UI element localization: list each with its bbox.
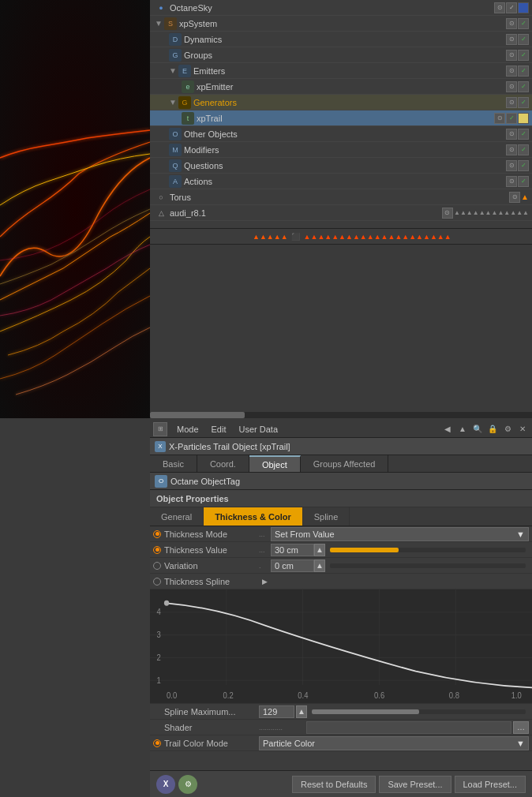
logo-xp: X [156, 775, 175, 794]
tree-item-torus[interactable]: ○ Torus ⊙ ▲ [150, 189, 532, 205]
svg-text:2: 2 [156, 653, 161, 661]
stepper-up[interactable]: ▲ [314, 544, 325, 556]
variation-stepper-btn[interactable]: ▲ [314, 559, 325, 572]
tree-item-actions[interactable]: A Actions ⊙ ✓ [150, 174, 532, 189]
tree-item-dynamics[interactable]: D Dynamics ⊙ ✓ [150, 32, 532, 47]
variation-stepper[interactable]: ▲ [271, 559, 325, 572]
ctrl-lock[interactable]: ✓ [518, 144, 529, 155]
toolbar-grid-icon: ⊞ [153, 422, 167, 436]
lock-icon[interactable]: 🔒 [486, 423, 499, 436]
ctrl-vis[interactable]: ⊙ [506, 144, 517, 155]
window-title-bar: X X-Particles Trail Object [xpTrail] [150, 438, 532, 455]
ctrl-lock[interactable]: ✓ [518, 81, 529, 92]
ctrl-vis[interactable]: ⊙ [506, 18, 517, 29]
ctrl-lock[interactable]: ✓ [518, 65, 529, 77]
ctrl-vis[interactable]: ⊙ [506, 176, 517, 187]
spline-max-stepper[interactable]: ▲ [296, 705, 307, 718]
thickness-value-slider[interactable] [330, 548, 526, 552]
thickness-value-stepper[interactable]: ▲ [271, 544, 325, 556]
ctrl-lock[interactable]: ✓ [518, 129, 529, 140]
load-preset-button[interactable]: Load Preset... [455, 776, 526, 793]
tree-item-audi-r8[interactable]: △ audi_r8.1 ⊙ ▲▲▲▲▲▲▲▲▲▲▲▲ [150, 205, 532, 221]
tree-controls: ⊙ ✓ [506, 50, 529, 61]
thickness-mode-value: Set From Value ▼ [271, 527, 529, 541]
shader-btn[interactable]: … [513, 721, 529, 734]
reset-defaults-button[interactable]: Reset to Defaults [292, 776, 376, 793]
toolbar-icons: ◀ ▲ 🔍 🔒 ⚙ ✕ [441, 423, 529, 436]
ctrl-lock[interactable]: ✓ [518, 34, 529, 45]
ctrl-lock[interactable]: ✓ [518, 176, 529, 187]
variation-slider[interactable] [330, 563, 526, 568]
svg-text:0.4: 0.4 [298, 691, 309, 700]
ctrl-lock[interactable]: ✓ [506, 113, 517, 124]
ctrl-vis[interactable]: ⊙ [506, 97, 517, 108]
toolbar-user-data[interactable]: User Data [236, 425, 282, 434]
ctrl-vis[interactable]: ⊙ [494, 2, 505, 13]
tree-item-modifiers[interactable]: M Modifiers ⊙ ✓ [150, 142, 532, 158]
tree-controls: ⊙ ▲▲▲▲▲▲▲▲▲▲▲▲ [442, 208, 529, 219]
tree-item-questions[interactable]: Q Questions ⊙ ✓ [150, 158, 532, 174]
search-icon[interactable]: 🔍 [471, 423, 484, 436]
tree-item-xp-trail[interactable]: t xpTrail ⊙ ✓ [150, 110, 532, 126]
toolbar-edit[interactable]: Edit [208, 425, 230, 434]
svg-text:0.8: 0.8 [449, 691, 460, 700]
ctrl-vis[interactable]: ⊙ [506, 50, 517, 61]
ctrl-lock[interactable]: ✓ [518, 18, 529, 29]
ctrl-lock[interactable]: ✓ [506, 2, 517, 13]
ctrl-vis[interactable]: ⊙ [509, 192, 520, 203]
tree-item-xp-emitter[interactable]: e xpEmitter ⊙ ✓ [150, 79, 532, 95]
tree-controls: ⊙ ✓ [494, 2, 529, 13]
ctrl-vis[interactable]: ⊙ [506, 160, 517, 171]
thickness-spline-expand[interactable]: ▶ [262, 578, 268, 586]
back-icon[interactable]: ◀ [441, 423, 454, 436]
tree-item-generators[interactable]: ▼ G Generators ⊙ ✓ [150, 95, 532, 110]
tree-item-groups[interactable]: G Groups ⊙ ✓ [150, 47, 532, 63]
tab-groups-affected[interactable]: Groups Affected [301, 455, 389, 472]
thickness-mode-radio[interactable] [153, 530, 161, 538]
trail-color-radio[interactable] [153, 739, 161, 747]
tab-object[interactable]: Object [249, 455, 301, 472]
ctrl-vis[interactable]: ⊙ [494, 113, 505, 124]
thickness-mode-label: Thickness Mode [164, 529, 259, 539]
h-scrollbar[interactable] [150, 412, 532, 418]
thickness-value-radio[interactable] [153, 546, 161, 554]
sub-tab-spline[interactable]: Spline [303, 507, 350, 526]
tree-item-xp-system[interactable]: ▼ S xpSystem ⊙ ✓ [150, 16, 532, 32]
ctrl-lock[interactable]: ✓ [518, 50, 529, 61]
scrollbar-thumb[interactable] [150, 412, 245, 418]
spline-maximum-input[interactable] [259, 705, 294, 718]
properties-area: Thickness Mode ... Set From Value ▼ Thic… [150, 526, 532, 770]
close-icon[interactable]: ✕ [516, 423, 529, 436]
shader-field[interactable] [306, 721, 511, 734]
save-preset-button[interactable]: Save Preset... [379, 776, 451, 793]
tab-basic[interactable]: Basic [150, 455, 197, 472]
tree-item-octane-sky[interactable]: ● OctaneSky ⊙ ✓ [150, 0, 532, 16]
thickness-mode-dropdown[interactable]: Set From Value ▼ [271, 527, 529, 541]
ctrl-lock[interactable]: ✓ [518, 97, 529, 108]
thickness-value-label: Thickness Value [164, 545, 259, 555]
tree-item-emitters[interactable]: ▼ E Emitters ⊙ ✓ [150, 63, 532, 79]
spline-chart[interactable]: 4 3 2 1 0.0 0.2 0.4 0.6 0.8 1.0 [150, 589, 532, 704]
tab-coord[interactable]: Coord. [197, 455, 249, 472]
ctrl-lock[interactable]: ✓ [518, 160, 529, 171]
variation-input[interactable] [271, 559, 314, 572]
spline-max-slider[interactable] [312, 709, 526, 714]
spline-maximum-value: ▲ [259, 705, 529, 718]
ctrl-vis[interactable]: ⊙ [506, 34, 517, 45]
ctrl-vis[interactable]: ⊙ [506, 81, 517, 92]
tree-item-other-objects[interactable]: O Other Objects ⊙ ✓ [150, 126, 532, 142]
sub-tab-general[interactable]: General [150, 507, 204, 526]
ctrl-vis[interactable]: ⊙ [506, 129, 517, 140]
settings-icon[interactable]: ⚙ [501, 423, 514, 436]
sub-tab-thickness-color[interactable]: Thickness & Color [204, 507, 303, 526]
toolbar-mode[interactable]: Mode [174, 425, 202, 434]
thickness-spline-radio[interactable] [153, 578, 161, 586]
up-icon[interactable]: ▲ [456, 423, 469, 436]
thickness-value-input[interactable] [271, 544, 314, 556]
ctrl-vis[interactable]: ⊙ [506, 65, 517, 77]
prop-row-shader: Shader ............ … [150, 720, 532, 735]
variation-radio[interactable] [153, 562, 161, 570]
tree-label: Other Objects [184, 129, 506, 139]
ctrl-vis[interactable]: ⊙ [442, 208, 453, 219]
trail-color-dropdown[interactable]: Particle Color ▼ [259, 736, 529, 750]
